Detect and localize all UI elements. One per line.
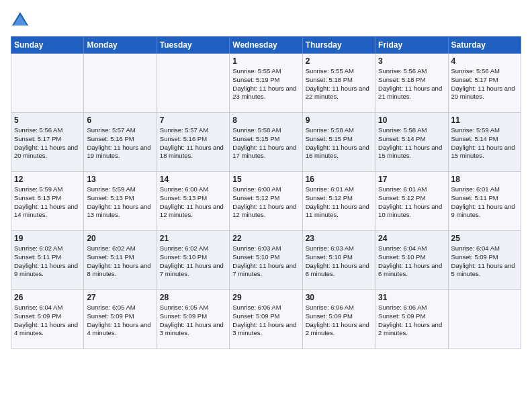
day-info: Sunrise: 6:03 AMSunset: 5:10 PMDaylight:… (306, 244, 372, 279)
day-number: 7 (160, 116, 226, 125)
day-info: Sunrise: 5:59 AMSunset: 5:13 PMDaylight:… (14, 185, 81, 220)
day-info: Sunrise: 5:56 AMSunset: 5:17 PMDaylight:… (14, 126, 81, 161)
day-number: 29 (232, 293, 299, 302)
header-day-saturday: Saturday (448, 37, 521, 54)
day-info: Sunrise: 5:56 AMSunset: 5:18 PMDaylight:… (378, 67, 445, 101)
calendar-cell: 3Sunrise: 5:56 AMSunset: 5:18 PMDaylight… (375, 54, 448, 113)
day-number: 28 (160, 293, 226, 302)
calendar-cell: 5Sunrise: 5:56 AMSunset: 5:17 PMDaylight… (11, 113, 84, 172)
day-number: 31 (378, 293, 445, 302)
day-info: Sunrise: 5:57 AMSunset: 5:16 PMDaylight:… (160, 126, 226, 161)
calendar-week-2: 5Sunrise: 5:56 AMSunset: 5:17 PMDaylight… (11, 113, 521, 172)
day-info: Sunrise: 6:06 AMSunset: 5:09 PMDaylight:… (232, 304, 299, 338)
day-number: 8 (232, 116, 299, 125)
header-row: SundayMondayTuesdayWednesdayThursdayFrid… (11, 37, 521, 54)
day-number: 9 (306, 116, 372, 125)
day-info: Sunrise: 6:04 AMSunset: 5:09 PMDaylight:… (451, 244, 518, 279)
calendar-cell: 4Sunrise: 5:56 AMSunset: 5:17 PMDaylight… (448, 54, 521, 113)
calendar-cell (11, 54, 84, 113)
header-day-wednesday: Wednesday (230, 37, 302, 54)
day-info: Sunrise: 6:03 AMSunset: 5:10 PMDaylight:… (232, 244, 299, 279)
calendar-cell: 12Sunrise: 5:59 AMSunset: 5:13 PMDayligh… (11, 172, 84, 231)
calendar-cell: 9Sunrise: 5:58 AMSunset: 5:15 PMDaylight… (302, 113, 375, 172)
day-info: Sunrise: 6:01 AMSunset: 5:11 PMDaylight:… (451, 185, 518, 220)
calendar-cell: 8Sunrise: 5:58 AMSunset: 5:15 PMDaylight… (230, 113, 302, 172)
calendar-cell: 17Sunrise: 6:01 AMSunset: 5:12 PMDayligh… (375, 172, 448, 231)
day-info: Sunrise: 6:06 AMSunset: 5:09 PMDaylight:… (306, 304, 372, 338)
day-info: Sunrise: 5:55 AMSunset: 5:18 PMDaylight:… (306, 67, 372, 101)
page-header (11, 11, 521, 30)
calendar-cell: 6Sunrise: 5:57 AMSunset: 5:16 PMDaylight… (84, 113, 157, 172)
calendar-week-4: 19Sunrise: 6:02 AMSunset: 5:11 PMDayligh… (11, 231, 521, 290)
calendar-cell: 29Sunrise: 6:06 AMSunset: 5:09 PMDayligh… (230, 290, 302, 349)
calendar-cell: 1Sunrise: 5:55 AMSunset: 5:19 PMDaylight… (230, 54, 302, 113)
day-info: Sunrise: 6:05 AMSunset: 5:09 PMDaylight:… (160, 304, 226, 338)
calendar-cell: 21Sunrise: 6:02 AMSunset: 5:10 PMDayligh… (157, 231, 229, 290)
calendar-cell: 2Sunrise: 5:55 AMSunset: 5:18 PMDaylight… (302, 54, 375, 113)
day-info: Sunrise: 5:59 AMSunset: 5:14 PMDaylight:… (451, 126, 518, 161)
calendar-cell: 28Sunrise: 6:05 AMSunset: 5:09 PMDayligh… (157, 290, 229, 349)
day-number: 12 (14, 175, 81, 184)
calendar-cell: 16Sunrise: 6:01 AMSunset: 5:12 PMDayligh… (302, 172, 375, 231)
day-info: Sunrise: 5:58 AMSunset: 5:15 PMDaylight:… (306, 126, 372, 161)
header-day-monday: Monday (84, 37, 157, 54)
calendar-cell: 31Sunrise: 6:06 AMSunset: 5:09 PMDayligh… (375, 290, 448, 349)
header-day-thursday: Thursday (302, 37, 375, 54)
calendar-cell: 25Sunrise: 6:04 AMSunset: 5:09 PMDayligh… (448, 231, 521, 290)
calendar-cell: 27Sunrise: 6:05 AMSunset: 5:09 PMDayligh… (84, 290, 157, 349)
calendar-week-1: 1Sunrise: 5:55 AMSunset: 5:19 PMDaylight… (11, 54, 521, 113)
header-day-sunday: Sunday (11, 37, 84, 54)
day-info: Sunrise: 5:59 AMSunset: 5:13 PMDaylight:… (87, 185, 153, 220)
day-number: 15 (232, 175, 299, 184)
calendar-cell: 13Sunrise: 5:59 AMSunset: 5:13 PMDayligh… (84, 172, 157, 231)
day-info: Sunrise: 6:01 AMSunset: 5:12 PMDaylight:… (306, 185, 372, 220)
calendar-cell: 30Sunrise: 6:06 AMSunset: 5:09 PMDayligh… (302, 290, 375, 349)
calendar-cell: 11Sunrise: 5:59 AMSunset: 5:14 PMDayligh… (448, 113, 521, 172)
calendar-table: SundayMondayTuesdayWednesdayThursdayFrid… (11, 36, 521, 349)
day-number: 17 (378, 175, 445, 184)
day-info: Sunrise: 5:58 AMSunset: 5:15 PMDaylight:… (232, 126, 299, 161)
day-info: Sunrise: 6:06 AMSunset: 5:09 PMDaylight:… (378, 304, 445, 338)
day-number: 21 (160, 234, 226, 243)
day-number: 26 (14, 293, 81, 302)
day-info: Sunrise: 6:04 AMSunset: 5:09 PMDaylight:… (14, 304, 81, 338)
header-day-tuesday: Tuesday (157, 37, 229, 54)
day-info: Sunrise: 6:02 AMSunset: 5:11 PMDaylight:… (87, 244, 153, 279)
calendar-cell: 24Sunrise: 6:04 AMSunset: 5:10 PMDayligh… (375, 231, 448, 290)
day-number: 19 (14, 234, 81, 243)
logo-icon (11, 11, 30, 30)
calendar-week-5: 26Sunrise: 6:04 AMSunset: 5:09 PMDayligh… (11, 290, 521, 349)
logo (11, 11, 32, 30)
day-info: Sunrise: 6:01 AMSunset: 5:12 PMDaylight:… (378, 185, 445, 220)
day-number: 13 (87, 175, 153, 184)
day-number: 23 (306, 234, 372, 243)
calendar-cell: 19Sunrise: 6:02 AMSunset: 5:11 PMDayligh… (11, 231, 84, 290)
day-number: 2 (306, 56, 372, 66)
calendar-cell: 7Sunrise: 5:57 AMSunset: 5:16 PMDaylight… (157, 113, 229, 172)
day-number: 27 (87, 293, 153, 302)
day-info: Sunrise: 6:02 AMSunset: 5:11 PMDaylight:… (14, 244, 81, 279)
day-info: Sunrise: 5:55 AMSunset: 5:19 PMDaylight:… (232, 67, 299, 101)
day-number: 1 (232, 56, 299, 66)
calendar-cell: 15Sunrise: 6:00 AMSunset: 5:12 PMDayligh… (230, 172, 302, 231)
day-number: 30 (306, 293, 372, 302)
day-number: 25 (451, 234, 518, 243)
day-info: Sunrise: 5:57 AMSunset: 5:16 PMDaylight:… (87, 126, 153, 161)
day-info: Sunrise: 6:02 AMSunset: 5:10 PMDaylight:… (160, 244, 226, 279)
day-number: 10 (378, 116, 445, 125)
day-number: 4 (451, 56, 518, 66)
day-info: Sunrise: 5:56 AMSunset: 5:17 PMDaylight:… (451, 67, 518, 101)
day-number: 18 (451, 175, 518, 184)
calendar-cell (84, 54, 157, 113)
calendar-cell: 23Sunrise: 6:03 AMSunset: 5:10 PMDayligh… (302, 231, 375, 290)
calendar-cell: 18Sunrise: 6:01 AMSunset: 5:11 PMDayligh… (448, 172, 521, 231)
day-number: 11 (451, 116, 518, 125)
calendar-cell: 22Sunrise: 6:03 AMSunset: 5:10 PMDayligh… (230, 231, 302, 290)
day-number: 22 (232, 234, 299, 243)
day-info: Sunrise: 6:04 AMSunset: 5:10 PMDaylight:… (378, 244, 445, 279)
day-number: 6 (87, 116, 153, 125)
calendar-cell (157, 54, 229, 113)
calendar-cell (448, 290, 521, 349)
day-info: Sunrise: 6:05 AMSunset: 5:09 PMDaylight:… (87, 304, 153, 338)
day-number: 20 (87, 234, 153, 243)
